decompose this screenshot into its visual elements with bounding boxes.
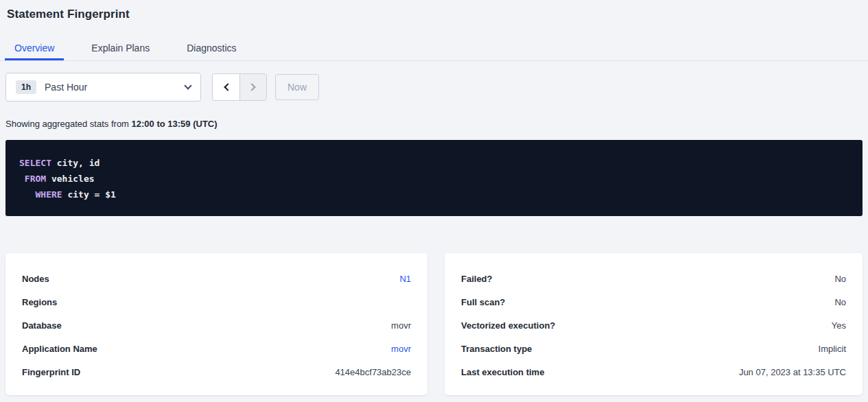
card-row-value: Yes [832,320,846,331]
card-row-value: No [834,297,846,307]
card-row-value: 414e4bcf73ab23ce [335,367,411,377]
summary-cards: NodesN1RegionsDatabasemovrApplication Na… [5,253,863,395]
card-row-label: Nodes [22,274,49,284]
sql-code: SELECT city, id FROM vehicles WHERE city… [19,155,849,202]
card-row-label: Vectorized execution? [461,320,555,331]
card-row: Databasemovr [22,314,411,337]
chevron-down-icon [184,82,191,89]
chevron-left-icon [224,83,231,91]
time-range-dropdown[interactable]: 1h Past Hour [5,73,201,102]
card-row-label: Application Name [22,344,97,354]
sql-statement-box: SELECT city, id FROM vehicles WHERE city… [5,140,863,216]
card-row-label: Fingerprint ID [22,367,80,377]
card-row: Regions [22,290,411,314]
card-row: Fingerprint ID414e4bcf73ab23ce [22,360,411,383]
card-row: Last execution timeJun 07, 2023 at 13:35… [461,360,846,383]
card-row-label: Database [22,320,62,331]
card-row-value-link[interactable]: N1 [399,274,411,284]
aggregated-stats-text: Showing aggregated stats from 12:00 to 1… [5,119,863,129]
previous-time-button[interactable] [213,74,239,100]
card-row-label: Regions [22,297,57,307]
card-row: Full scan?No [461,290,846,314]
card-row: NodesN1 [22,267,411,290]
stats-time-range: 12:00 to 13:59 (UTC) [132,119,218,129]
card-row-value: Implicit [819,344,846,354]
card-row: Failed?No [461,267,846,290]
card-row-value: Jun 07, 2023 at 13:35 UTC [739,367,846,377]
card-row-value: No [834,274,846,284]
tab-bar: OverviewExplain PlansDiagnostics [0,37,868,61]
time-range-label: Past Hour [45,82,185,93]
card-row-value: movr [391,320,411,331]
card-row: Vectorized execution?Yes [461,314,846,337]
time-step-buttons [212,73,267,101]
stats-prefix: Showing aggregated stats from [5,119,132,129]
card-row-label: Failed? [461,274,493,284]
chevron-right-icon [248,83,255,91]
statement-fingerprint-page: Statement Fingerprint OverviewExplain Pl… [0,0,868,402]
tab-explain-plans[interactable]: Explain Plans [82,37,159,60]
time-controls: 1h Past Hour Now [5,73,863,102]
page-title: Statement Fingerprint [0,0,868,21]
summary-card: Failed?NoFull scan?NoVectorized executio… [445,253,863,395]
tab-overview[interactable]: Overview [5,37,64,60]
card-row: Transaction typeImplicit [461,337,846,360]
card-row-label: Full scan? [461,297,505,307]
card-row-label: Transaction type [461,344,532,354]
next-time-button[interactable] [239,74,266,100]
summary-card: NodesN1RegionsDatabasemovrApplication Na… [5,253,427,395]
card-row-label: Last execution time [461,367,544,377]
time-range-badge: 1h [16,80,36,94]
tab-diagnostics[interactable]: Diagnostics [177,37,246,60]
card-row: Application Namemovr [22,337,411,360]
now-button[interactable]: Now [275,74,319,100]
card-row-value-link[interactable]: movr [391,344,411,354]
